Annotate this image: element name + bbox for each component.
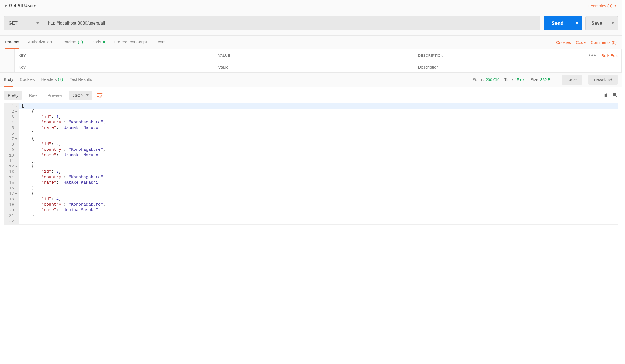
request-name: Get All Users bbox=[9, 3, 36, 8]
code-link[interactable]: Code bbox=[576, 40, 586, 45]
send-dropdown[interactable] bbox=[571, 16, 582, 30]
cookies-link[interactable]: Cookies bbox=[556, 40, 571, 45]
format-select[interactable]: JSON bbox=[69, 91, 92, 100]
response-save-button[interactable]: Save bbox=[562, 75, 582, 85]
view-raw[interactable]: Raw bbox=[25, 91, 41, 100]
response-tabs: Body Cookies Headers (3) Test Results St… bbox=[0, 72, 622, 87]
status-label: Status: 200 OK bbox=[473, 78, 499, 82]
expand-icon[interactable] bbox=[5, 4, 7, 7]
param-value-input[interactable] bbox=[218, 65, 410, 69]
save-dropdown[interactable] bbox=[608, 16, 618, 30]
send-button[interactable]: Send bbox=[544, 16, 571, 30]
tab-body[interactable]: Body bbox=[92, 36, 105, 49]
method-select[interactable]: GET bbox=[4, 16, 44, 30]
bulk-edit-link[interactable]: Bulk Edit bbox=[601, 53, 618, 58]
rtab-cookies[interactable]: Cookies bbox=[20, 73, 35, 87]
tab-prerequest[interactable]: Pre-request Script bbox=[114, 36, 147, 49]
svg-rect-2 bbox=[605, 94, 607, 97]
chevron-down-icon bbox=[36, 22, 39, 24]
chevron-down-icon bbox=[86, 94, 89, 96]
param-description-input[interactable] bbox=[418, 65, 618, 69]
size-label: Size: 362 B bbox=[531, 78, 550, 82]
tab-tests[interactable]: Tests bbox=[156, 36, 165, 49]
column-value: VALUE bbox=[214, 49, 414, 62]
rtab-body[interactable]: Body bbox=[4, 73, 13, 87]
column-description: DESCRIPTION ••• Bulk Edit bbox=[414, 49, 621, 62]
view-preview[interactable]: Preview bbox=[44, 91, 66, 100]
examples-dropdown[interactable]: Examples (0) bbox=[588, 4, 617, 8]
time-label: Time: 15 ms bbox=[504, 78, 525, 82]
more-icon[interactable]: ••• bbox=[589, 52, 596, 59]
url-bar: GET http://localhost:8080/users/all Send… bbox=[0, 11, 622, 36]
rtab-headers[interactable]: Headers (3) bbox=[41, 73, 63, 87]
search-icon[interactable] bbox=[612, 92, 618, 98]
view-toolbar: Pretty Raw Preview JSON bbox=[0, 87, 622, 103]
svg-point-4 bbox=[613, 93, 616, 96]
param-key-input[interactable] bbox=[18, 65, 210, 69]
tab-authorization[interactable]: Authorization bbox=[28, 36, 52, 49]
tab-headers[interactable]: Headers (2) bbox=[61, 36, 83, 49]
chevron-down-icon bbox=[614, 5, 617, 7]
comments-link[interactable]: Comments (0) bbox=[591, 40, 617, 45]
params-table: KEY VALUE DESCRIPTION ••• Bulk Edit bbox=[0, 49, 622, 72]
dot-icon bbox=[103, 41, 105, 43]
param-row bbox=[0, 62, 622, 72]
save-button[interactable]: Save bbox=[585, 16, 608, 30]
svg-line-5 bbox=[616, 96, 617, 97]
request-header: Get All Users Examples (0) bbox=[0, 0, 622, 11]
copy-icon[interactable] bbox=[603, 92, 609, 98]
rtab-test-results[interactable]: Test Results bbox=[70, 73, 92, 87]
response-download-button[interactable]: Download bbox=[588, 75, 618, 85]
view-pretty[interactable]: Pretty bbox=[4, 91, 22, 100]
chevron-down-icon bbox=[576, 22, 578, 24]
tab-params[interactable]: Params bbox=[5, 36, 19, 49]
url-input[interactable]: http://localhost:8080/users/all bbox=[44, 16, 540, 30]
response-body-viewer[interactable]: 12345678910111213141516171819202122 [ { … bbox=[4, 103, 618, 225]
column-key: KEY bbox=[15, 49, 214, 62]
chevron-down-icon bbox=[612, 22, 614, 24]
request-tabs: Params Authorization Headers (2) Body Pr… bbox=[0, 36, 622, 49]
wrap-icon[interactable] bbox=[95, 90, 105, 100]
